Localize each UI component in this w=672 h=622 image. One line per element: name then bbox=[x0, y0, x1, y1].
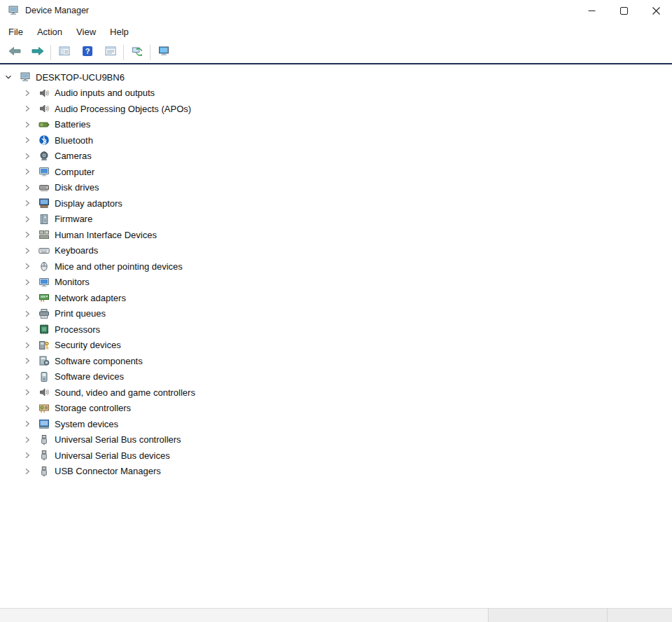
display-icon bbox=[38, 198, 50, 209]
tree-item-label: Universal Serial Bus controllers bbox=[55, 434, 181, 445]
processor-icon bbox=[38, 324, 50, 335]
chevron-right-icon[interactable] bbox=[22, 166, 33, 177]
chevron-right-icon[interactable] bbox=[22, 324, 33, 335]
tree-item-label: Batteries bbox=[55, 119, 90, 130]
chevron-right-icon[interactable] bbox=[22, 134, 33, 146]
usb-icon bbox=[38, 450, 50, 461]
tree-item-monitors[interactable]: Monitors bbox=[0, 275, 672, 291]
tree-item-processors[interactable]: Processors bbox=[0, 322, 672, 338]
tree-item-network-adapters[interactable]: Network adapters bbox=[0, 290, 672, 306]
arrow-left-icon bbox=[8, 46, 22, 60]
tree-item-label: Processors bbox=[55, 324, 100, 335]
printer-icon bbox=[38, 308, 50, 319]
help-button[interactable]: ? bbox=[76, 43, 99, 62]
monitor-icon bbox=[38, 277, 50, 288]
back-button[interactable] bbox=[3, 43, 26, 62]
forward-button[interactable] bbox=[26, 43, 49, 62]
chevron-right-icon[interactable] bbox=[22, 387, 33, 398]
tree-item-display-adaptors[interactable]: Display adaptors bbox=[0, 195, 672, 212]
bluetooth-icon bbox=[38, 134, 50, 146]
tree-item-firmware[interactable]: Firmware bbox=[0, 212, 672, 228]
tree-item-human-interface-devices[interactable]: Human Interface Devices bbox=[0, 227, 672, 243]
chevron-right-icon[interactable] bbox=[22, 261, 33, 272]
tree-item-universal-serial-bus-devices[interactable]: Universal Serial Bus devices bbox=[0, 448, 672, 464]
devices-by-type-button[interactable] bbox=[152, 43, 175, 62]
chevron-right-icon[interactable] bbox=[22, 229, 33, 240]
tree-item-print-queues[interactable]: Print queues bbox=[0, 306, 672, 322]
tree-item-label: Audio Processing Objects (APOs) bbox=[55, 104, 191, 114]
console-tree-icon bbox=[59, 46, 70, 60]
chevron-right-icon[interactable] bbox=[22, 277, 33, 288]
menu-action[interactable]: Action bbox=[30, 23, 69, 41]
tree-item-label: Universal Serial Bus devices bbox=[55, 450, 170, 461]
menu-file[interactable]: File bbox=[1, 23, 30, 41]
menu-help[interactable]: Help bbox=[103, 23, 136, 41]
chevron-right-icon[interactable] bbox=[22, 182, 33, 193]
tree-item-cameras[interactable]: Cameras bbox=[0, 148, 672, 165]
tree-item-software-devices[interactable]: Software devices bbox=[0, 369, 672, 385]
toolbar-separator bbox=[123, 45, 124, 60]
chevron-right-icon[interactable] bbox=[22, 292, 33, 303]
chevron-right-icon[interactable] bbox=[22, 434, 33, 445]
chevron-right-icon[interactable] bbox=[22, 340, 33, 351]
tree-item-label: Firmware bbox=[55, 214, 92, 224]
tree-item-computer[interactable]: Computer bbox=[0, 164, 672, 180]
battery-icon bbox=[38, 119, 50, 130]
chevron-right-icon[interactable] bbox=[22, 245, 33, 256]
properties-button[interactable] bbox=[99, 43, 122, 62]
chevron-right-icon[interactable] bbox=[22, 355, 33, 366]
tree-item-universal-serial-bus-controllers[interactable]: Universal Serial Bus controllers bbox=[0, 432, 672, 448]
tree-item-keyboards[interactable]: Keyboards bbox=[0, 243, 672, 259]
computer-monitor-icon bbox=[158, 46, 169, 60]
chevron-right-icon[interactable] bbox=[22, 418, 33, 429]
chevron-right-icon[interactable] bbox=[22, 466, 33, 477]
chevron-right-icon[interactable] bbox=[22, 403, 33, 414]
chevron-right-icon[interactable] bbox=[22, 198, 33, 209]
tree-item-usb-connector-managers[interactable]: USB Connector Managers bbox=[0, 464, 672, 480]
chevron-right-icon[interactable] bbox=[22, 119, 33, 130]
tree-item-label: Network adapters bbox=[55, 293, 126, 303]
keyboard-icon bbox=[38, 245, 50, 256]
toolbar: ? bbox=[0, 42, 672, 63]
show-console-tree-button[interactable] bbox=[52, 43, 76, 62]
minimize-button[interactable] bbox=[575, 0, 608, 21]
tree-item-software-components[interactable]: Software components bbox=[0, 353, 672, 369]
statusbar-segment-1 bbox=[0, 609, 488, 622]
chevron-right-icon[interactable] bbox=[22, 308, 33, 319]
tree-item-audio-processing-objects-apos[interactable]: Audio Processing Objects (APOs) bbox=[0, 101, 672, 117]
menu-view[interactable]: View bbox=[69, 23, 103, 41]
tree-item-disk-drives[interactable]: Disk drives bbox=[0, 180, 672, 196]
chevron-right-icon[interactable] bbox=[22, 103, 33, 114]
tree-item-sound-video-and-game-controllers[interactable]: Sound, video and game controllers bbox=[0, 385, 672, 401]
chevron-right-icon[interactable] bbox=[22, 151, 33, 162]
scan-for-hardware-changes-button[interactable] bbox=[125, 43, 148, 62]
tree-item-bluetooth[interactable]: Bluetooth bbox=[0, 132, 672, 148]
menubar: FileActionViewHelp bbox=[0, 21, 672, 42]
chevron-down-icon[interactable] bbox=[3, 71, 14, 83]
maximize-button[interactable] bbox=[608, 0, 640, 21]
tree-item-system-devices[interactable]: System devices bbox=[0, 416, 672, 432]
tree-root-desktop-ucu9bn6[interactable]: DESKTOP-UCU9BN6 bbox=[0, 69, 672, 85]
tree-item-audio-inputs-and-outputs[interactable]: Audio inputs and outputs bbox=[0, 85, 672, 102]
system-icon bbox=[38, 418, 50, 429]
usb-icon bbox=[38, 434, 50, 445]
usb-icon bbox=[38, 466, 50, 477]
chevron-right-icon[interactable] bbox=[22, 214, 33, 225]
tree-item-label: Disk drives bbox=[55, 182, 99, 193]
software-component-icon bbox=[38, 355, 50, 366]
tree-item-batteries[interactable]: Batteries bbox=[0, 117, 672, 133]
speaker-icon bbox=[38, 88, 50, 99]
tree-item-mice-and-other-pointing-devices[interactable]: Mice and other pointing devices bbox=[0, 258, 672, 275]
tree-item-security-devices[interactable]: Security devices bbox=[0, 338, 672, 354]
security-icon bbox=[38, 340, 50, 351]
chevron-right-icon[interactable] bbox=[22, 88, 33, 99]
chevron-right-icon[interactable] bbox=[22, 450, 33, 461]
camera-icon bbox=[38, 151, 50, 162]
hid-icon bbox=[38, 229, 50, 240]
chevron-right-icon[interactable] bbox=[22, 371, 33, 382]
titlebar: Device Manager bbox=[0, 0, 672, 21]
tree-item-storage-controllers[interactable]: Storage controllers bbox=[0, 401, 672, 417]
monitor-icon bbox=[38, 166, 50, 177]
storage-icon bbox=[38, 403, 50, 414]
close-button[interactable] bbox=[640, 0, 672, 21]
